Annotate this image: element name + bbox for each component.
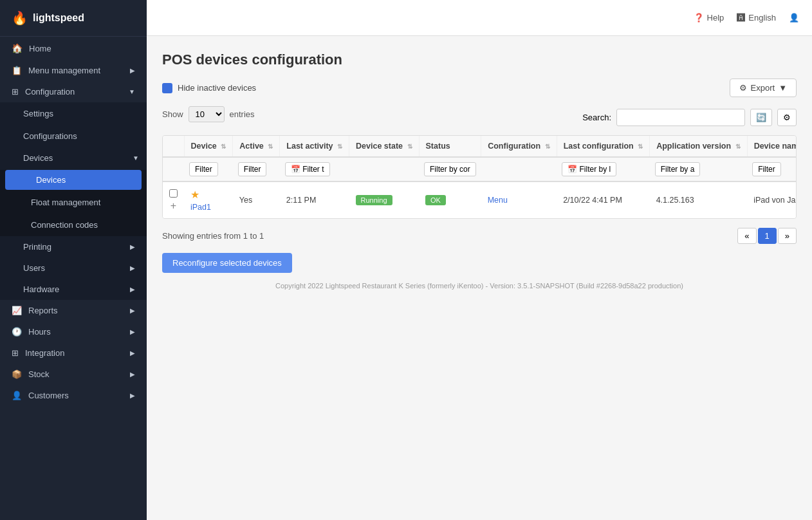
- filter-configuration-cell: [481, 157, 557, 181]
- refresh-button[interactable]: 🔄: [750, 109, 772, 126]
- settings-search-button[interactable]: ⚙: [777, 109, 797, 126]
- sort-icon-app-version: ⇅: [735, 143, 741, 150]
- export-icon: ⚙: [739, 83, 747, 93]
- sidebar-item-menu-management[interactable]: 📋 Menu management ▶: [0, 60, 147, 81]
- sidebar-item-customers[interactable]: 👤 Customers ▶: [0, 385, 147, 406]
- ok-badge: OK: [425, 195, 446, 205]
- filter-status-btn[interactable]: Filter by cor: [424, 162, 476, 176]
- filter-status-cell: Filter by cor: [419, 157, 481, 181]
- filter-active-cell: Filter: [233, 157, 280, 181]
- th-device-name[interactable]: Device name ⇅: [747, 136, 797, 157]
- device-cell: ★ iPad1: [184, 181, 233, 218]
- help-label: Help: [707, 13, 724, 23]
- config-icon: ⊞: [12, 87, 19, 97]
- dropdown-arrow-icon: ▼: [779, 83, 787, 93]
- pagination-page-1[interactable]: 1: [758, 228, 777, 244]
- sidebar-item-devices-group[interactable]: Devices ▼: [0, 147, 147, 169]
- sidebar-item-integration[interactable]: ⊞ Integration ▶: [0, 342, 147, 364]
- chevron-right-icon-hardware: ▶: [130, 286, 135, 293]
- sidebar-item-configuration[interactable]: ⊞ Configuration ▼: [0, 81, 147, 102]
- th-status[interactable]: Status: [419, 136, 481, 157]
- filter-device-state-cell: [349, 157, 419, 181]
- sidebar-item-hours[interactable]: 🕐 Hours ▶: [0, 321, 147, 342]
- filter-active-btn[interactable]: Filter: [238, 162, 267, 176]
- devices-table-wrapper: Device ⇅ Active ⇅ Last activity ⇅ Devi: [162, 135, 797, 219]
- question-icon: ❓: [694, 13, 704, 23]
- filter-app-version-btn[interactable]: Filter by a: [655, 162, 701, 176]
- chevron-right-icon-reports: ▶: [130, 307, 135, 314]
- row-checkbox[interactable]: [169, 189, 178, 198]
- filter-device-name-btn[interactable]: Filter: [752, 162, 781, 176]
- sidebar-item-printing[interactable]: Printing ▶: [0, 236, 147, 257]
- filter-device-name-cell: Filter: [747, 157, 797, 181]
- configuration-link[interactable]: Menu: [488, 196, 508, 205]
- table-row: + ★ iPad1 Yes 2:11 PM Running: [163, 181, 797, 218]
- hours-icon: 🕐: [12, 327, 22, 337]
- sidebar-item-devices[interactable]: Devices: [5, 170, 142, 190]
- active-cell: Yes: [233, 181, 280, 218]
- user-icon: 👤: [789, 13, 799, 23]
- application-version-cell: 4.1.25.163: [650, 181, 747, 218]
- sidebar-label-connection: Connection codes: [31, 220, 98, 230]
- pagination-prev[interactable]: «: [737, 228, 756, 244]
- page-title: POS devices configuration: [162, 51, 797, 68]
- sidebar-item-hardware[interactable]: Hardware ▶: [0, 279, 147, 300]
- th-last-activity[interactable]: Last activity ⇅: [280, 136, 349, 157]
- sidebar-label-stock: Stock: [28, 369, 50, 379]
- th-application-version[interactable]: Application version ⇅: [650, 136, 747, 157]
- th-active[interactable]: Active ⇅: [233, 136, 280, 157]
- sidebar-item-connection-codes[interactable]: Connection codes: [0, 214, 147, 236]
- search-input[interactable]: [616, 109, 745, 126]
- last-activity-cell: 2:11 PM: [280, 181, 349, 218]
- th-device-state[interactable]: Device state ⇅: [349, 136, 419, 157]
- table-header-row: Device ⇅ Active ⇅ Last activity ⇅ Devi: [163, 136, 797, 157]
- th-configuration[interactable]: Configuration ⇅: [481, 136, 557, 157]
- sidebar-label-float: Float management: [31, 198, 100, 207]
- entries-label: entries: [230, 109, 255, 119]
- help-button[interactable]: ❓ Help: [694, 13, 724, 23]
- sidebar-logo: 🔥 lightspeed: [0, 0, 147, 37]
- logo-icon: 🔥: [12, 10, 28, 26]
- filter-device-btn[interactable]: Filter: [189, 162, 218, 176]
- config-submenu: Settings Configurations Devices ▼ Device…: [0, 102, 147, 300]
- last-configuration-cell: 2/10/22 4:41 PM: [557, 181, 650, 218]
- pagination-next[interactable]: »: [778, 228, 797, 244]
- sidebar-item-float-management[interactable]: Float management: [0, 191, 147, 214]
- language-selector[interactable]: 🅰 English: [737, 13, 776, 23]
- footer: Copyright 2022 Lightspeed Restaurant K S…: [162, 273, 797, 290]
- row-checkbox-cell: +: [163, 181, 184, 218]
- th-device[interactable]: Device ⇅: [184, 136, 233, 157]
- select-all-header: [163, 136, 184, 157]
- integration-icon: ⊞: [12, 348, 19, 358]
- status-cell: OK: [419, 181, 481, 218]
- sidebar-label-settings: Settings: [23, 109, 53, 118]
- filter-checkbox-cell: [163, 157, 184, 181]
- entries-select[interactable]: 10 25 50 100: [189, 106, 225, 122]
- th-last-configuration[interactable]: Last configuration ⇅: [557, 136, 650, 157]
- sidebar-item-home[interactable]: 🏠 Home: [0, 37, 147, 60]
- device-state-cell: Running: [349, 181, 419, 218]
- chevron-right-icon-users: ▶: [130, 265, 135, 272]
- sidebar-item-reports[interactable]: 📈 Reports ▶: [0, 300, 147, 321]
- reconfigure-button[interactable]: Reconfigure selected devices: [162, 253, 292, 273]
- hide-inactive-toggle[interactable]: Hide inactive devices: [162, 83, 256, 93]
- sidebar-item-settings[interactable]: Settings: [0, 102, 147, 125]
- user-button[interactable]: 👤: [789, 13, 799, 23]
- entries-row: Show 10 25 50 100 entries: [162, 106, 255, 122]
- sidebar-item-users[interactable]: Users ▶: [0, 257, 147, 279]
- sidebar-label-hardware: Hardware: [23, 284, 59, 294]
- filter-last-config-btn[interactable]: 📅 Filter by l: [562, 162, 616, 176]
- export-button[interactable]: ⚙ Export ▼: [730, 79, 797, 97]
- checkbox-hide-inactive[interactable]: [162, 83, 172, 93]
- filter-last-activity-btn[interactable]: 📅 Filter t: [285, 162, 330, 176]
- customers-icon: 👤: [12, 391, 22, 400]
- pagination-buttons: « 1 »: [737, 228, 797, 244]
- sort-icon-last-activity: ⇅: [337, 143, 342, 150]
- sidebar-item-configurations[interactable]: Configurations: [0, 125, 147, 147]
- chevron-right-icon-customers: ▶: [130, 392, 135, 399]
- sidebar-item-stock[interactable]: 📦 Stock ▶: [0, 364, 147, 385]
- sidebar-label-configuration: Configuration: [25, 87, 75, 97]
- menu-icon: 📋: [12, 66, 22, 75]
- device-link[interactable]: iPad1: [190, 203, 226, 212]
- add-icon[interactable]: +: [171, 200, 176, 212]
